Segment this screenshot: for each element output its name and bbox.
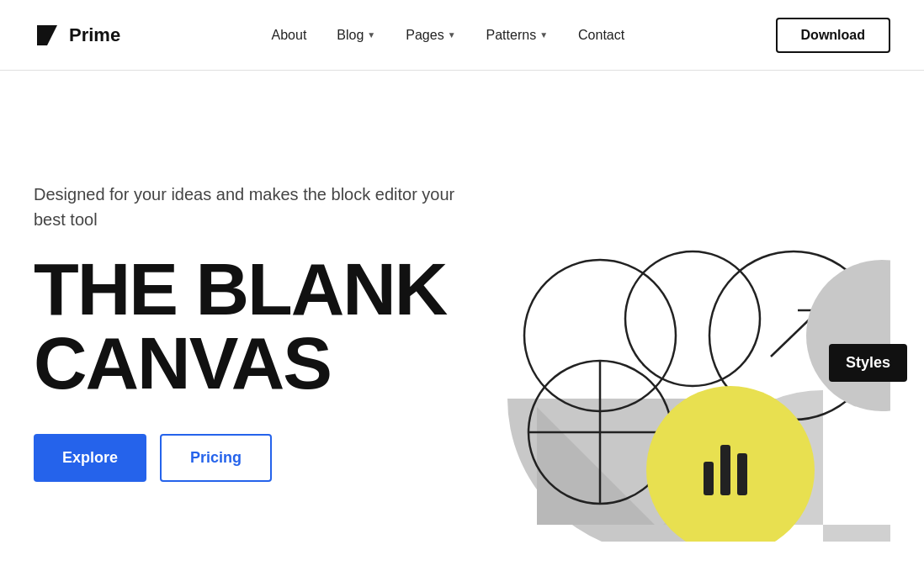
hero-subtitle: Designed for your ideas and makes the bl…	[34, 182, 470, 232]
styles-badge[interactable]: Styles	[829, 344, 907, 382]
nav-patterns[interactable]: Patterns ▼	[486, 28, 549, 43]
svg-marker-0	[37, 25, 57, 45]
hero-buttons: Explore Pricing	[34, 434, 470, 482]
nav-about[interactable]: About	[272, 28, 307, 43]
main-nav: About Blog ▼ Pages ▼ Patterns ▼ Contact	[272, 28, 625, 43]
hero-illustration	[470, 121, 890, 542]
pricing-button[interactable]: Pricing	[160, 434, 272, 482]
nav-blog[interactable]: Blog ▼	[337, 28, 375, 43]
hero-section: Designed for your ideas and makes the bl…	[0, 71, 924, 571]
logo-icon	[34, 22, 61, 49]
svg-rect-18	[704, 462, 714, 495]
hero-graphic: Styles	[470, 121, 890, 542]
download-button[interactable]: Download	[776, 18, 890, 53]
svg-rect-2	[507, 243, 819, 399]
hero-title: THE BLANK CANVAS	[34, 252, 470, 400]
logo-text: Prime	[69, 24, 120, 46]
svg-rect-19	[720, 445, 730, 495]
hero-content: Designed for your ideas and makes the bl…	[34, 182, 470, 482]
svg-rect-20	[737, 453, 747, 495]
pages-dropdown-arrow: ▼	[448, 30, 456, 40]
patterns-dropdown-arrow: ▼	[539, 30, 548, 40]
nav-pages[interactable]: Pages ▼	[406, 28, 455, 43]
nav-contact[interactable]: Contact	[578, 28, 624, 43]
logo[interactable]: Prime	[34, 22, 120, 49]
explore-button[interactable]: Explore	[34, 434, 146, 482]
blog-dropdown-arrow: ▼	[367, 30, 375, 40]
